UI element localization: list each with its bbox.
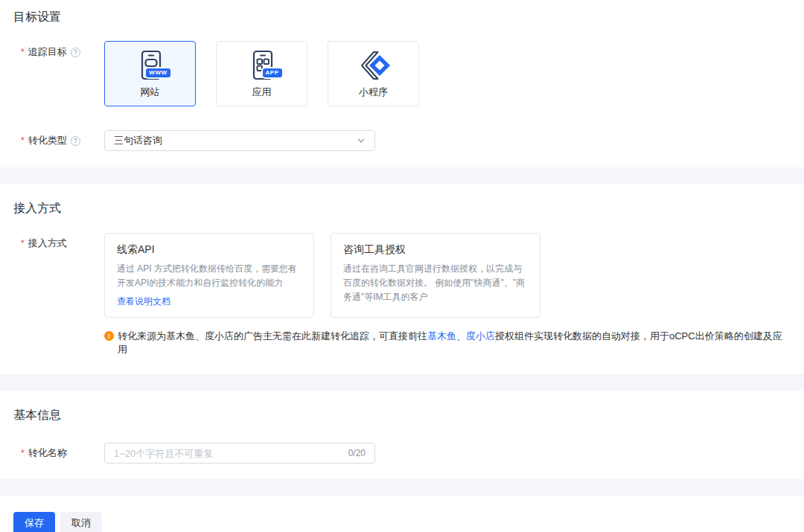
target-card-app[interactable]: APP 应用 xyxy=(216,41,307,106)
method-cards: 线索API 通过 API 方式把转化数据传给百度，需要您有开发API的技术能力和… xyxy=(104,233,540,318)
section-divider xyxy=(0,374,804,391)
goal-settings-title: 目标设置 xyxy=(13,9,791,25)
tracking-target-label: *追踪目标? xyxy=(13,41,104,106)
miniprogram-icon xyxy=(355,49,392,83)
conversion-name-input-box: 0/20 xyxy=(104,443,375,464)
method-desc: 通过在咨询工具官网进行数据授权，以完成与百度的转化数据对接。 例如使用"快商通"… xyxy=(343,262,528,304)
app-icon: APP xyxy=(244,49,280,83)
notice-text: 转化来源为基木鱼、度小店的广告主无需在此新建转化追踪，可直接前往基木鱼、度小店授… xyxy=(118,330,791,356)
target-label-miniprogram: 小程序 xyxy=(359,86,388,99)
target-label-website: 网站 xyxy=(141,86,160,99)
target-card-website[interactable]: WWW 网站 xyxy=(104,41,196,106)
save-button[interactable]: 保存 xyxy=(13,512,55,532)
basic-info-title: 基本信息 xyxy=(13,407,791,423)
conversion-type-value: 三句话咨询 xyxy=(114,134,162,147)
method-card-leads-api[interactable]: 线索API 通过 API 方式把转化数据传给百度，需要您有开发API的技术能力和… xyxy=(104,233,314,318)
conversion-type-select[interactable]: 三句话咨询 xyxy=(104,130,375,151)
access-method-title: 接入方式 xyxy=(13,200,791,217)
cancel-button[interactable]: 取消 xyxy=(60,512,102,532)
basic-info-section: 基本信息 *转化名称 0/20 xyxy=(0,391,804,479)
warning-icon: ! xyxy=(104,331,114,341)
conversion-name-row: *转化名称 0/20 xyxy=(13,443,791,479)
required-marker: * xyxy=(21,135,25,146)
chevron-down-icon xyxy=(357,136,366,145)
access-method-label: *接入方式 xyxy=(13,233,104,318)
tracking-target-row: *追踪目标? WWW 网站 xyxy=(13,41,791,106)
www-badge: WWW xyxy=(146,68,170,77)
method-desc: 通过 API 方式把转化数据传给百度，需要您有开发API的技术能力和自行监控转化… xyxy=(117,262,302,290)
help-icon[interactable]: ? xyxy=(71,136,80,146)
required-marker: * xyxy=(21,238,25,249)
goal-settings-section: 目标设置 *追踪目标? WWW 网站 xyxy=(0,0,804,167)
footer-actions: 保存 取消 xyxy=(0,512,804,532)
conversion-name-input[interactable] xyxy=(114,448,342,459)
target-card-miniprogram[interactable]: 小程序 xyxy=(328,41,419,106)
help-icon[interactable]: ? xyxy=(71,48,80,57)
conversion-type-label: *转化类型? xyxy=(13,134,104,147)
access-method-section: 接入方式 *接入方式 线索API 通过 API 方式把转化数据传给百度，需要您有… xyxy=(0,184,804,356)
method-card-consult-tool[interactable]: 咨询工具授权 通过在咨询工具官网进行数据授权，以完成与百度的转化数据对接。 例如… xyxy=(331,233,540,318)
section-divider xyxy=(0,167,804,184)
website-icon: WWW xyxy=(133,49,168,83)
target-label-app: 应用 xyxy=(252,86,272,99)
conversion-name-label: *转化名称 xyxy=(13,446,104,460)
section-divider xyxy=(0,479,804,496)
app-badge: APP xyxy=(263,68,282,77)
required-marker: * xyxy=(21,448,25,458)
required-marker: * xyxy=(21,47,25,57)
method-title: 咨询工具授权 xyxy=(343,243,528,257)
duxiaodian-link[interactable]: 度小店 xyxy=(466,330,495,342)
view-docs-link[interactable]: 查看说明文档 xyxy=(117,295,170,308)
method-title: 线索API xyxy=(117,243,302,257)
char-counter: 0/20 xyxy=(348,448,366,458)
jimuyu-link[interactable]: 基木鱼 xyxy=(427,330,456,342)
access-method-row: *接入方式 线索API 通过 API 方式把转化数据传给百度，需要您有开发API… xyxy=(13,233,791,318)
target-cards: WWW 网站 APP 应用 xyxy=(104,41,419,106)
conversion-type-row: *转化类型? 三句话咨询 xyxy=(13,130,791,167)
conversion-source-notice: ! 转化来源为基木鱼、度小店的广告主无需在此新建转化追踪，可直接前往基木鱼、度小… xyxy=(104,330,791,356)
